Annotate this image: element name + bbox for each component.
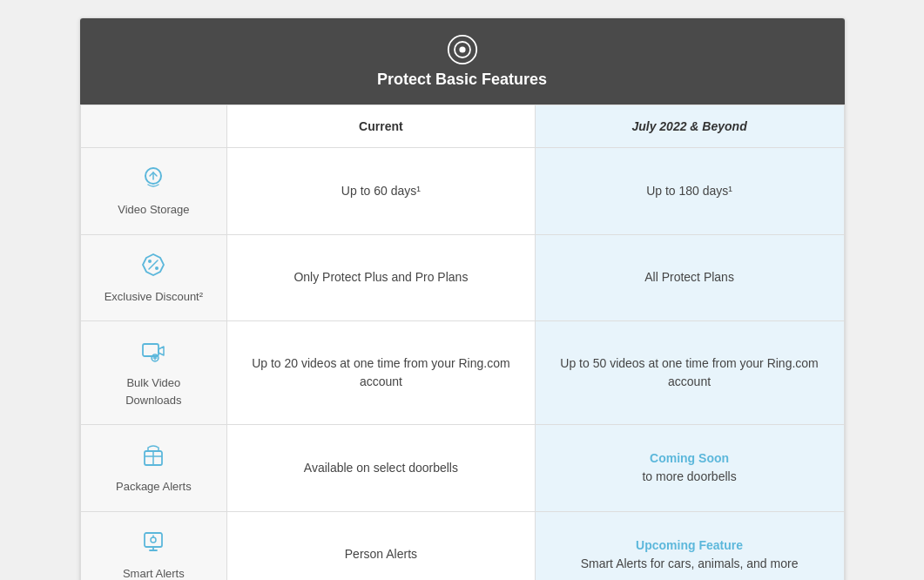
current-cell-video-storage: Up to 60 days¹ [227, 148, 535, 235]
feature-label-video-storage: Video Storage [118, 201, 189, 219]
ring-logo-icon [447, 34, 478, 65]
svg-point-2 [459, 46, 465, 52]
col-current-header: Current [227, 105, 535, 148]
table-header: Protect Basic Features [80, 18, 845, 105]
feature-cell-video-storage: Video Storage [80, 148, 227, 235]
features-table-container: Protect Basic Features Current July 2022… [79, 17, 846, 580]
current-cell-bulk-video-downloads: Up to 20 videos at one time from your Ri… [227, 321, 535, 425]
feature-cell-inner-video-storage: Video Storage [102, 164, 206, 219]
feature-cell-inner-smart-alerts: Smart Alerts [102, 528, 206, 581]
table-header-row: Current July 2022 & Beyond [80, 105, 844, 148]
july-sub-package-alerts: to more doorbells [556, 468, 823, 486]
feature-label-exclusive-discount: Exclusive Discount² [105, 288, 203, 306]
package-alerts-icon [139, 441, 167, 473]
coming-soon-label-package-alerts: Coming Soon [556, 449, 823, 468]
col-july-header: July 2022 & Beyond [535, 105, 844, 148]
july-cell-package-alerts: Coming Soonto more doorbells [535, 425, 844, 512]
svg-point-7 [155, 266, 158, 270]
july-sub-smart-alerts: Smart Alerts for cars, animals, and more [556, 555, 823, 573]
feature-cell-inner-package-alerts: Package Alerts [102, 441, 206, 496]
table-row: Bulk Video DownloadsUp to 20 videos at o… [80, 321, 844, 425]
smart-alerts-icon [139, 528, 167, 560]
bulk-video-icon [139, 337, 167, 369]
feature-label-bulk-video-downloads: Bulk Video Downloads [102, 374, 206, 408]
current-cell-smart-alerts: Person Alerts [227, 511, 535, 580]
svg-point-6 [148, 260, 152, 263]
table-row: Exclusive Discount²Only Protect Plus and… [80, 234, 844, 321]
feature-label-smart-alerts: Smart Alerts [123, 565, 185, 581]
july-cell-video-storage: Up to 180 days¹ [535, 148, 844, 235]
col-feature-header [80, 105, 227, 148]
feature-cell-smart-alerts: Smart Alerts [80, 511, 227, 580]
table-row: Video StorageUp to 60 days¹Up to 180 day… [80, 148, 844, 235]
upcoming-label-smart-alerts: Upcoming Feature [556, 536, 823, 555]
svg-point-18 [151, 537, 156, 543]
feature-cell-exclusive-discount: Exclusive Discount² [80, 234, 227, 321]
table-row: Smart AlertsPerson AlertsUpcoming Featur… [80, 511, 844, 580]
feature-cell-package-alerts: Package Alerts [80, 425, 227, 512]
july-cell-smart-alerts: Upcoming FeatureSmart Alerts for cars, a… [535, 511, 844, 580]
july-cell-bulk-video-downloads: Up to 50 videos at one time from your Ri… [535, 321, 844, 425]
table-title: Protect Basic Features [377, 71, 547, 89]
feature-cell-inner-exclusive-discount: Exclusive Discount² [102, 251, 206, 306]
feature-cell-bulk-video-downloads: Bulk Video Downloads [80, 321, 227, 425]
feature-cell-inner-bulk-video-downloads: Bulk Video Downloads [102, 337, 206, 408]
feature-label-package-alerts: Package Alerts [116, 478, 192, 496]
exclusive-discount-icon [139, 251, 167, 283]
july-cell-exclusive-discount: All Protect Plans [535, 234, 844, 321]
features-table: Current July 2022 & Beyond Video Storage… [80, 105, 845, 580]
table-row: Package AlertsAvailable on select doorbe… [80, 425, 844, 512]
video-storage-icon [139, 164, 167, 196]
current-cell-package-alerts: Available on select doorbells [227, 425, 535, 512]
current-cell-exclusive-discount: Only Protect Plus and Pro Plans [227, 234, 535, 321]
